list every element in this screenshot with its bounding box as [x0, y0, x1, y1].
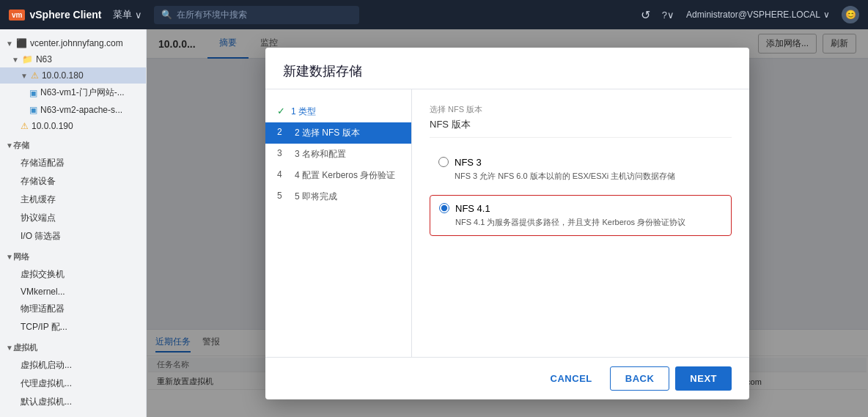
sidebar-item-storage-devices[interactable]: 存储设备: [0, 172, 146, 191]
storage-section-label: 存储: [13, 140, 29, 151]
sidebar-item-virtual-switch[interactable]: 虚拟交换机: [0, 265, 146, 284]
folder-icon: ⬛: [16, 38, 27, 48]
step-item-kerberos[interactable]: 4 4 配置 Kerberos 身份验证: [265, 165, 411, 186]
storage-devices-label: 存储设备: [21, 175, 56, 188]
nfs3-radio[interactable]: [438, 157, 449, 167]
nfs41-label[interactable]: NFS 4.1: [455, 203, 490, 214]
vm-icon: ▣: [29, 88, 37, 98]
step-item-complete[interactable]: 5 5 即将完成: [265, 186, 411, 207]
refresh-icon[interactable]: ↺: [641, 8, 650, 22]
cancel-button[interactable]: CANCEL: [539, 366, 604, 391]
sidebar-label-ip1: 10.0.0.180: [42, 70, 84, 81]
sidebar-item-io-filter[interactable]: I/O 筛选器: [0, 227, 146, 246]
storage-adapter-label: 存储适配器: [21, 157, 65, 169]
modal-footer: CANCEL BACK NEXT: [265, 357, 749, 399]
host-cache-label: 主机缓存: [21, 193, 56, 206]
nfs-section-value: NFS 版本: [430, 118, 732, 138]
modal-body: ✓ 1 类型 2 2 选择 NFS 版本 3 3 名称和配置 4: [265, 89, 749, 357]
step-item-name[interactable]: 3 3 名称和配置: [265, 144, 411, 165]
nfs3-label[interactable]: NFS 3: [455, 157, 482, 168]
sidebar-item-protocol[interactable]: 协议端点: [0, 209, 146, 227]
step-item-type[interactable]: ✓ 1 类型: [265, 101, 411, 122]
modal-steps: ✓ 1 类型 2 2 选择 NFS 版本 3 3 名称和配置 4: [265, 89, 412, 357]
io-filter-label: I/O 筛选器: [21, 230, 61, 243]
nfs41-option-header: NFS 4.1: [439, 203, 722, 214]
back-button[interactable]: BACK: [610, 366, 670, 391]
search-placeholder: 在所有环境中搜索: [177, 9, 247, 21]
topbar: vm vSphere Client 菜单 ∨ 🔍 在所有环境中搜索 ↺ ?∨ A…: [0, 0, 868, 29]
nfs-section-title: 选择 NFS 版本: [430, 104, 732, 115]
server-icon: ⚠: [21, 121, 29, 131]
step-num-complete: 5: [277, 191, 289, 201]
search-icon: 🔍: [161, 10, 172, 20]
user-menu[interactable]: Administrator@VSPHERE.LOCAL ∨: [686, 10, 830, 20]
step-num-name: 3: [277, 148, 289, 158]
step-item-nfs[interactable]: 2 2 选择 NFS 版本: [265, 122, 411, 144]
network-section-label: 网络: [13, 251, 29, 262]
nfs41-option[interactable]: NFS 4.1 NFS 4.1 为服务器提供多路径，并且支持 Kerberos …: [430, 195, 732, 236]
network-section-header: ▼ 网络: [0, 248, 146, 265]
sidebar-item-physical-adapter[interactable]: 物理适配器: [0, 300, 146, 318]
next-button[interactable]: NEXT: [675, 366, 732, 391]
chevron-down-icon: ▼: [6, 141, 13, 150]
modal-header: 新建数据存储: [265, 48, 749, 89]
modal-title: 新建数据存储: [283, 62, 732, 80]
topbar-right: ↺ ?∨ Administrator@VSPHERE.LOCAL ∨ 😊: [641, 6, 859, 23]
chevron-down-icon: ▼: [12, 56, 19, 64]
sidebar-item-vcenter[interactable]: ▼ ⬛ vcenter.johnnyfang.com: [0, 35, 146, 51]
sidebar-item-default-vm[interactable]: 默认虚拟机...: [0, 393, 146, 411]
chevron-down-icon: ▼: [6, 40, 13, 48]
nfs41-description: NFS 4.1 为服务器提供多路径，并且支持 Kerberos 身份验证协议: [455, 217, 722, 228]
nfs3-description: NFS 3 允许 NFS 6.0 版本以前的 ESX/ESXi 主机访问数据存储: [455, 171, 723, 182]
menu-button[interactable]: 菜单 ∨: [113, 8, 142, 21]
content-area: 10.0.0... 摘要 监控 添加网络... 刷新 近期任务 警报 任务名称 …: [147, 29, 868, 417]
step-label-name: 3 名称和配置: [295, 148, 346, 160]
vm-boot-label: 虚拟机启动...: [21, 359, 72, 372]
tcpip-label: TCP/IP 配...: [21, 321, 67, 333]
sidebar-label-vm1: N63-vm1-门户网站-...: [40, 86, 125, 99]
vm-section-label: 虚拟机: [13, 342, 37, 353]
storage-section-header: ▼ 存储: [0, 137, 146, 154]
vmkernel-label: VMkernel...: [21, 287, 65, 297]
username-label: Administrator@VSPHERE.LOCAL: [686, 10, 820, 20]
n63-icon: 📁: [22, 54, 33, 64]
sidebar-item-vmkernel[interactable]: VMkernel...: [0, 284, 146, 300]
chevron-down-icon: ▼: [6, 344, 13, 352]
user-chevron-icon: ∨: [823, 10, 830, 20]
sidebar-item-host-cache[interactable]: 主机缓存: [0, 191, 146, 209]
agent-vm-label: 代理虚拟机...: [21, 377, 72, 390]
sidebar-item-vm2[interactable]: ▣ N63-vm2-apache-s...: [0, 102, 146, 118]
vm-section-header: ▼ 虚拟机: [0, 339, 146, 356]
step-label-complete: 5 即将完成: [295, 191, 337, 203]
sidebar-item-vm1[interactable]: ▣ N63-vm1-门户网站-...: [0, 84, 146, 102]
menu-chevron-icon: ∨: [135, 10, 142, 21]
modal-dialog: 新建数据存储 ✓ 1 类型 2 2 选择 NFS 版本: [265, 48, 749, 399]
menu-label: 菜单: [113, 8, 132, 21]
step-num-kerberos: 4: [277, 169, 289, 180]
avatar[interactable]: 😊: [842, 6, 859, 23]
app-logo: vm vSphere Client: [9, 9, 101, 21]
nfs41-radio[interactable]: [439, 203, 449, 213]
sidebar-label-vm2: N63-vm2-apache-s...: [40, 105, 122, 115]
sidebar-item-tcpip[interactable]: TCP/IP 配...: [0, 318, 146, 336]
default-vm-label: 默认虚拟机...: [21, 396, 72, 408]
chevron-down-icon: ▼: [6, 253, 13, 261]
virtual-switch-label: 虚拟交换机: [21, 268, 65, 281]
step-num-nfs: 2: [277, 127, 289, 137]
nfs3-option[interactable]: NFS 3 NFS 3 允许 NFS 6.0 版本以前的 ESX/ESXi 主机…: [430, 150, 732, 189]
sidebar-item-agent-vm[interactable]: 代理虚拟机...: [0, 374, 146, 393]
vm-icon: ▣: [29, 105, 37, 115]
modal-content: 选择 NFS 版本 NFS 版本 NFS 3 NFS 3 允许 NFS 6.0 …: [412, 89, 749, 357]
warn-icon: ⚠: [31, 70, 39, 81]
sidebar-item-ip2[interactable]: ⚠ 10.0.0.190: [0, 118, 146, 134]
sidebar-item-vm-boot[interactable]: 虚拟机启动...: [0, 356, 146, 374]
vm-logo-icon: vm: [9, 10, 25, 21]
sidebar-item-n63[interactable]: ▼ 📁 N63: [0, 51, 146, 67]
step-label-kerberos: 4 配置 Kerberos 身份验证: [295, 169, 395, 182]
sidebar-item-storage-adapters[interactable]: 存储适配器: [0, 154, 146, 172]
sidebar-item-ip1[interactable]: ▼ ⚠ 10.0.0.180: [0, 67, 146, 84]
app-name: vSphere Client: [29, 9, 101, 21]
help-icon[interactable]: ?∨: [662, 10, 674, 21]
sidebar-label-vcenter: vcenter.johnnyfang.com: [30, 38, 123, 48]
search-bar[interactable]: 🔍 在所有环境中搜索: [154, 6, 359, 24]
